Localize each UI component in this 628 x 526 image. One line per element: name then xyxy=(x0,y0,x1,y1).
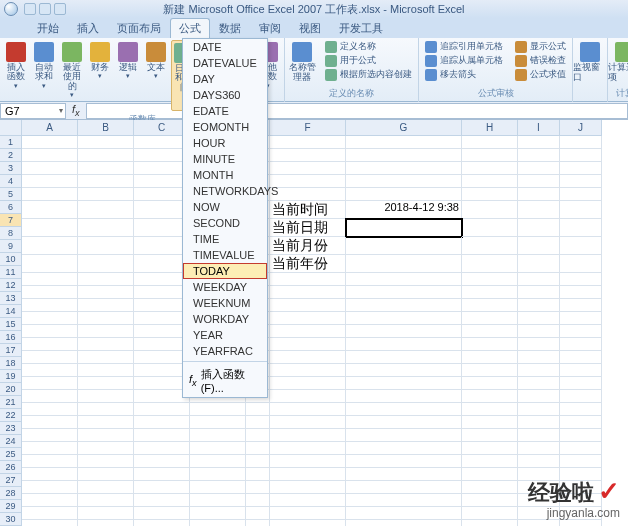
cell-H21[interactable] xyxy=(462,416,518,429)
cell-C21[interactable] xyxy=(134,416,190,429)
cell-G28[interactable] xyxy=(346,507,462,520)
cell-F26[interactable] xyxy=(270,481,346,494)
col-header-I[interactable]: I xyxy=(518,120,560,136)
cell-I11[interactable] xyxy=(518,286,560,299)
cell-F29[interactable] xyxy=(270,520,346,526)
dd-item-days360[interactable]: DAYS360 xyxy=(183,87,267,103)
cell-F22[interactable] xyxy=(270,429,346,442)
cell-I29[interactable] xyxy=(518,520,560,526)
cell-B22[interactable] xyxy=(78,429,134,442)
cell-A29[interactable] xyxy=(22,520,78,526)
cell-A21[interactable] xyxy=(22,416,78,429)
cell-B25[interactable] xyxy=(78,468,134,481)
cell-D27[interactable] xyxy=(190,494,246,507)
cell-H4[interactable] xyxy=(462,175,518,188)
cell-F25[interactable] xyxy=(270,468,346,481)
cell-D22[interactable] xyxy=(190,429,246,442)
row-header-15[interactable]: 15 xyxy=(0,318,22,331)
cell-I22[interactable] xyxy=(518,429,560,442)
cell-B29[interactable] xyxy=(78,520,134,526)
cell-A28[interactable] xyxy=(22,507,78,520)
tab-3[interactable]: 公式 xyxy=(170,18,210,38)
dd-item-now[interactable]: NOW xyxy=(183,199,267,215)
cell-A9[interactable] xyxy=(22,255,78,273)
audit-item-0-2[interactable]: 移去箭头 xyxy=(423,68,505,81)
cell-F19[interactable] xyxy=(270,390,346,403)
cell-D24[interactable] xyxy=(190,455,246,468)
cell-G23[interactable] xyxy=(346,442,462,455)
cell-B4[interactable] xyxy=(78,175,134,188)
row-header-2[interactable]: 2 xyxy=(0,149,22,162)
office-button[interactable] xyxy=(4,2,18,16)
dd-item-yearfrac[interactable]: YEARFRAC xyxy=(183,343,267,359)
row-header-18[interactable]: 18 xyxy=(0,357,22,370)
col-header-J[interactable]: J xyxy=(560,120,602,136)
cell-A11[interactable] xyxy=(22,286,78,299)
cell-I3[interactable] xyxy=(518,162,560,175)
cell-H19[interactable] xyxy=(462,390,518,403)
cell-B13[interactable] xyxy=(78,312,134,325)
select-all-corner[interactable] xyxy=(0,120,22,136)
cell-H26[interactable] xyxy=(462,481,518,494)
cell-A18[interactable] xyxy=(22,377,78,390)
cell-F9[interactable]: 当前年份 xyxy=(270,255,346,273)
cell-A16[interactable] xyxy=(22,351,78,364)
cell-A25[interactable] xyxy=(22,468,78,481)
audit-item-1-1[interactable]: 错误检查 xyxy=(513,54,568,67)
cell-J13[interactable] xyxy=(560,312,602,325)
cell-H22[interactable] xyxy=(462,429,518,442)
cell-A12[interactable] xyxy=(22,299,78,312)
tab-4[interactable]: 数据 xyxy=(210,18,250,38)
col-header-H[interactable]: H xyxy=(462,120,518,136)
dd-item-time[interactable]: TIME xyxy=(183,231,267,247)
cell-G12[interactable] xyxy=(346,299,462,312)
fn-btn-2[interactable]: 最近使用的▾ xyxy=(59,40,85,111)
cell-H6[interactable] xyxy=(462,201,518,219)
cell-E29[interactable] xyxy=(246,520,270,526)
cell-J9[interactable] xyxy=(560,255,602,273)
row-header-10[interactable]: 10 xyxy=(0,253,22,266)
cell-J21[interactable] xyxy=(560,416,602,429)
cell-C26[interactable] xyxy=(134,481,190,494)
row-header-7[interactable]: 7 xyxy=(0,214,22,227)
row-header-22[interactable]: 22 xyxy=(0,409,22,422)
cell-B21[interactable] xyxy=(78,416,134,429)
row-header-9[interactable]: 9 xyxy=(0,240,22,253)
cell-J19[interactable] xyxy=(560,390,602,403)
cell-H24[interactable] xyxy=(462,455,518,468)
row-header-29[interactable]: 29 xyxy=(0,500,22,513)
cell-G29[interactable] xyxy=(346,520,462,526)
cell-B2[interactable] xyxy=(78,149,134,162)
cell-A26[interactable] xyxy=(22,481,78,494)
tab-7[interactable]: 开发工具 xyxy=(330,18,392,38)
cell-B20[interactable] xyxy=(78,403,134,416)
row-header-8[interactable]: 8 xyxy=(0,227,22,240)
cell-J22[interactable] xyxy=(560,429,602,442)
col-header-F[interactable]: F xyxy=(270,120,346,136)
cell-G14[interactable] xyxy=(346,325,462,338)
cell-G18[interactable] xyxy=(346,377,462,390)
tab-1[interactable]: 插入 xyxy=(68,18,108,38)
tab-6[interactable]: 视图 xyxy=(290,18,330,38)
fn-btn-4[interactable]: 逻辑▾ xyxy=(115,40,141,111)
cell-C23[interactable] xyxy=(134,442,190,455)
dd-item-date[interactable]: DATE xyxy=(183,39,267,55)
cell-E26[interactable] xyxy=(246,481,270,494)
dd-item-networkdays[interactable]: NETWORKDAYS xyxy=(183,183,267,199)
row-header-17[interactable]: 17 xyxy=(0,344,22,357)
qat-undo-icon[interactable] xyxy=(39,3,51,15)
cell-J5[interactable] xyxy=(560,188,602,201)
cell-B23[interactable] xyxy=(78,442,134,455)
dd-item-hour[interactable]: HOUR xyxy=(183,135,267,151)
cell-F3[interactable] xyxy=(270,162,346,175)
cell-J1[interactable] xyxy=(560,136,602,149)
cell-E20[interactable] xyxy=(246,403,270,416)
tab-2[interactable]: 页面布局 xyxy=(108,18,170,38)
cell-G8[interactable] xyxy=(346,237,462,255)
cell-J3[interactable] xyxy=(560,162,602,175)
cell-A5[interactable] xyxy=(22,188,78,201)
row-header-4[interactable]: 4 xyxy=(0,175,22,188)
cell-H28[interactable] xyxy=(462,507,518,520)
row-header-20[interactable]: 20 xyxy=(0,383,22,396)
cell-G25[interactable] xyxy=(346,468,462,481)
